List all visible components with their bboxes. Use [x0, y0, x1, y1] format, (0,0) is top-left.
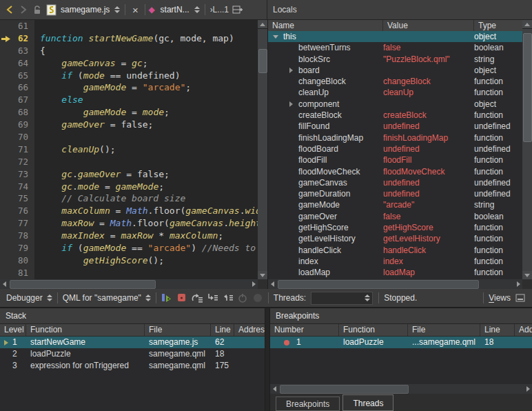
step-into-button[interactable]	[205, 291, 219, 305]
breakpoint-margin[interactable]	[0, 230, 12, 242]
close-document-button[interactable]: ×	[128, 2, 142, 17]
code-line[interactable]: 61	[0, 20, 258, 32]
views-menu-button[interactable]: Views	[489, 293, 511, 303]
breakpoint-margin[interactable]	[0, 70, 12, 82]
locals-horizontal-scrollbar[interactable]	[268, 279, 522, 289]
scroll-right-button[interactable]	[524, 385, 532, 393]
record-button[interactable]	[251, 291, 265, 305]
column-header-line[interactable]: Line	[211, 324, 234, 336]
locals-tree-row[interactable]: gameDurationundefinedundefined	[268, 188, 522, 199]
line-number[interactable]: 78	[12, 230, 34, 242]
debug-target-combo[interactable]: QML for "samegame"	[63, 293, 141, 303]
tab-threads[interactable]: Threads	[342, 394, 393, 411]
code-line[interactable]: 70	[0, 131, 258, 143]
locals-tree-row[interactable]: gameOverfalseboolean	[268, 211, 522, 222]
scroll-right-button[interactable]	[249, 280, 258, 288]
expand-icon[interactable]	[287, 101, 294, 108]
breakpoint-margin[interactable]	[0, 242, 12, 254]
locals-tree-row[interactable]: floodMoveCheckfloodMoveCheckfunction	[268, 166, 522, 177]
breakpoints-hscroll-thumb[interactable]	[280, 385, 409, 394]
locals-tree-row[interactable]: finishLoadingMapfinishLoadingMapfunction	[268, 132, 522, 143]
locals-tree-row[interactable]: componentobject	[268, 99, 522, 110]
debugger-engine-combo[interactable]: Debugger	[6, 293, 43, 303]
line-number[interactable]: 76	[12, 205, 34, 217]
locals-tree-row[interactable]: getHighScoregetHighScorefunction	[268, 222, 522, 233]
stop-button[interactable]	[175, 291, 189, 305]
locals-tree-row[interactable]: betweenTurnsfalseboolean	[268, 42, 522, 53]
code-line[interactable]: 81	[0, 267, 258, 279]
locals-vscroll-thumb[interactable]	[523, 33, 532, 142]
panel-splitter[interactable]	[265, 308, 270, 411]
column-header-address[interactable]: Address	[515, 324, 532, 336]
line-number[interactable]: 77	[12, 217, 34, 230]
code-line[interactable]: 69 gameOver = false;	[0, 119, 258, 131]
column-header-function[interactable]: Function	[26, 324, 145, 336]
line-number[interactable]: 62	[12, 32, 34, 45]
locals-tree-row[interactable]: gameCanvasundefinedundefined	[268, 177, 522, 188]
locals-tree-row[interactable]: createBlockcreateBlockfunction	[268, 110, 522, 121]
collapse-icon[interactable]	[272, 33, 279, 40]
breakpoint-margin[interactable]	[0, 45, 12, 57]
column-header-file[interactable]: File	[145, 324, 211, 336]
open-file-tab[interactable]: samegame.js	[61, 5, 110, 14]
column-header-address[interactable]: Address	[234, 324, 265, 336]
code-line[interactable]: 66 gameMode = "arcade";	[0, 81, 258, 94]
line-number[interactable]: 79	[12, 242, 34, 254]
breakpoint-row[interactable]: 1loadPuzzle...samegame.qml18	[270, 337, 532, 348]
editor-vertical-scrollbar[interactable]	[258, 20, 267, 279]
stack-frame-row[interactable]: 2loadPuzzlesamegame.qml18	[0, 348, 265, 360]
line-number[interactable]: 75	[12, 192, 34, 205]
line-number[interactable]: 64	[12, 57, 34, 70]
editor-vscroll-thumb[interactable]	[258, 49, 267, 73]
column-header-type[interactable]: Type	[474, 20, 522, 31]
code-line[interactable]: 72	[0, 156, 258, 168]
locals-vertical-scrollbar[interactable]	[522, 20, 532, 279]
breakpoint-margin[interactable]	[0, 205, 12, 217]
code-line[interactable]: 78 maxIndex = maxRow * maxColumn;	[0, 230, 258, 242]
line-number[interactable]: 72	[12, 156, 34, 168]
locals-hscroll-thumb[interactable]	[278, 280, 479, 289]
breakpoint-margin[interactable]	[0, 20, 12, 32]
locals-tree-row[interactable]: thisobject	[268, 31, 522, 42]
stack-frame-row[interactable]: 1startNewGamesamegame.js62	[0, 337, 265, 348]
views-dropdown-button[interactable]	[513, 291, 527, 305]
line-number[interactable]: 73	[12, 168, 34, 181]
locals-tree-row[interactable]: changeBlockchangeBlockfunction	[268, 76, 522, 87]
breakpoint-margin[interactable]	[0, 217, 12, 230]
tab-breakpoints[interactable]: Breakpoints	[276, 397, 340, 411]
locals-tree-row[interactable]: fillFoundundefinedundefined	[268, 121, 522, 132]
expand-icon[interactable]	[287, 67, 294, 74]
breakpoint-margin[interactable]	[0, 57, 12, 70]
code-line[interactable]: 76 maxColumn = Math.floor(gameCanvas.wid	[0, 205, 258, 217]
code-line[interactable]: 75 // Calculate board size	[0, 192, 258, 205]
locals-tree-row[interactable]: loadMaploadMapfunction	[268, 267, 522, 278]
locals-tree-row[interactable]: handleClickhandleClickfunction	[268, 245, 522, 256]
scroll-right-button[interactable]	[514, 280, 522, 288]
breakpoint-margin[interactable]	[0, 254, 12, 267]
symbol-combo-arrows-icon[interactable]	[194, 6, 200, 13]
stack-frame-row[interactable]: 3expression for onTriggeredsamegame.qml1…	[0, 360, 265, 372]
line-number[interactable]: 71	[12, 143, 34, 156]
breakpoint-margin[interactable]	[0, 168, 12, 181]
line-number[interactable]: 68	[12, 106, 34, 119]
code-line[interactable]: 74 gc.mode = gameMode;	[0, 181, 258, 193]
locals-tree-row[interactable]: indexindexfunction	[268, 256, 522, 267]
code-line[interactable]: 73 gc.gameOver = false;	[0, 168, 258, 181]
line-number[interactable]: 63	[12, 45, 34, 57]
scroll-left-button[interactable]	[270, 385, 278, 393]
line-number[interactable]: 81	[12, 267, 34, 279]
line-number[interactable]: 69	[12, 119, 34, 131]
code-line[interactable]: 77 maxRow = Math.floor(gameCanvas.height	[0, 217, 258, 230]
column-header-function[interactable]: Function	[339, 324, 408, 336]
code-line[interactable]: 71 cleanUp();	[0, 143, 258, 156]
restart-button[interactable]	[236, 291, 249, 305]
breakpoint-margin[interactable]	[0, 267, 12, 279]
locals-tree-row[interactable]: floodFillfloodFillfunction	[268, 154, 522, 166]
locals-tree-row[interactable]: blockSrc"PuzzleBlock.qml"string	[268, 54, 522, 65]
code-line[interactable]: 64 gameCanvas = gc;	[0, 57, 258, 70]
code-line[interactable]: 67 else	[0, 94, 258, 106]
continue-button[interactable]	[160, 291, 174, 305]
column-header-level[interactable]: Level	[0, 324, 26, 336]
split-editor-button[interactable]	[231, 2, 245, 17]
breakpoint-margin[interactable]	[0, 131, 12, 143]
